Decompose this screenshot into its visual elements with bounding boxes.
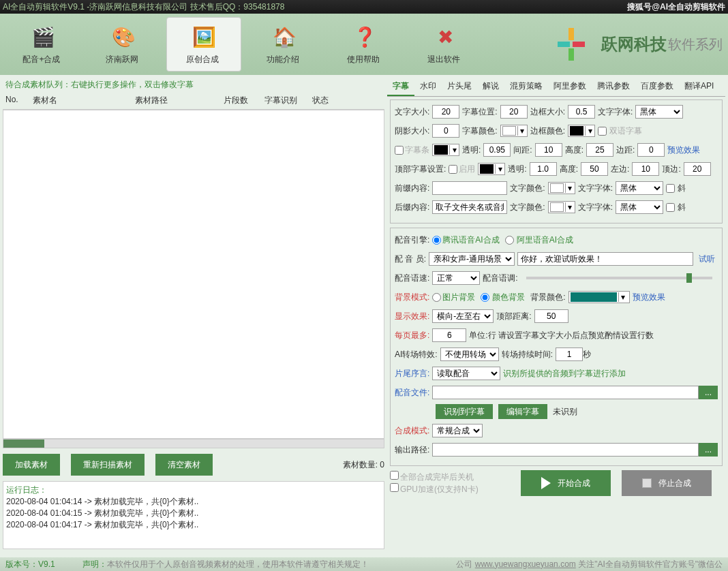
bilingual-checkbox[interactable] (598, 127, 607, 136)
preview-effect-link[interactable]: 预览效果 (633, 292, 665, 303)
gpu-option[interactable]: GPU加速(仅支持N卡) (390, 483, 479, 495)
stop-compose-button[interactable]: 停止合成 (622, 470, 712, 496)
font-select[interactable]: 黑体 (635, 105, 683, 119)
engine-label: 配音引擎: (395, 234, 429, 246)
subtitle-bar-checkbox[interactable] (395, 146, 404, 155)
logo-text: 跃网科技 (601, 33, 667, 55)
compose-mode-select[interactable]: 常规合成 (432, 424, 483, 437)
bg-color-label: 背景颜色: (530, 292, 565, 303)
edit-subtitle-button[interactable]: 编辑字幕 (498, 404, 547, 419)
top-distance-input[interactable] (534, 309, 568, 323)
position-label: 字幕位置: (462, 106, 497, 118)
gpu-checkbox[interactable] (390, 483, 399, 492)
bg-image-radio[interactable] (432, 293, 441, 302)
speed-select[interactable]: 正常 (432, 271, 480, 285)
tab-ali-params[interactable]: 阿里参数 (548, 78, 592, 96)
subtitle-color-label: 字幕颜色: (462, 125, 497, 137)
svg-rect-0 (558, 42, 570, 47)
picture-icon: 🖼️ (190, 24, 217, 51)
gap-input[interactable] (535, 143, 562, 157)
browse-output-button[interactable]: ... (699, 443, 718, 457)
prefix-input[interactable] (432, 181, 507, 195)
audio-file-input[interactable] (432, 386, 699, 399)
browse-audio-button[interactable]: ... (699, 386, 718, 399)
output-path-input[interactable] (432, 443, 699, 457)
tab-tencent-params[interactable]: 腾讯参数 (592, 78, 635, 96)
preview-link[interactable]: 预览效果 (667, 144, 700, 156)
tool-dub-compose[interactable]: 🎬配音+合成 (5, 17, 80, 72)
transparency-label: 透明: (462, 144, 481, 156)
suffix-color-picker[interactable]: ▾ (548, 201, 575, 213)
tool-exit[interactable]: ✖退出软件 (408, 17, 483, 72)
transparency-input[interactable] (483, 143, 511, 157)
clear-button[interactable]: 清空素材 (155, 454, 213, 476)
tool-original-compose[interactable]: 🖼️原创合成 (166, 17, 241, 72)
col-name: 素材名 (33, 95, 135, 106)
ali-radio[interactable] (505, 236, 514, 245)
test-listen-link[interactable]: 试听 (699, 253, 715, 265)
enable-checkbox[interactable] (449, 165, 457, 174)
logo-area: 跃网科技 软件系列 (544, 20, 723, 68)
shadow-label: 阴影大小: (395, 125, 429, 137)
tencent-radio[interactable] (432, 236, 441, 245)
rescan-button[interactable]: 重新扫描素材 (71, 454, 145, 476)
tool-features[interactable]: 🏠功能介绍 (247, 17, 322, 72)
tone-slider[interactable] (526, 277, 712, 279)
col-status: 状态 (312, 95, 353, 106)
tab-watermark[interactable]: 水印 (414, 78, 442, 96)
tool-company[interactable]: 🎨济南跃网 (86, 17, 161, 72)
font-size-input[interactable] (432, 105, 459, 119)
shutdown-option[interactable]: 全部合成完毕后关机 (390, 471, 479, 483)
suffix-italic-checkbox[interactable] (666, 203, 675, 212)
tab-head-tail[interactable]: 片头尾 (442, 78, 477, 96)
tab-translate-api[interactable]: 翻译API (679, 78, 719, 96)
tab-subtitle[interactable]: 字幕 (387, 78, 414, 96)
prefix-font-select[interactable]: 黑体 (616, 181, 663, 195)
bar-color-picker[interactable]: ▾ (432, 144, 459, 156)
height-input[interactable] (586, 143, 613, 157)
font-label: 文字字体: (598, 106, 633, 118)
subtitle-color-picker[interactable]: ▾ (500, 125, 528, 137)
transition-select[interactable]: 不使用转场 (440, 348, 499, 361)
tone-label: 配音语调: (483, 273, 517, 284)
shadow-input[interactable] (432, 124, 459, 138)
subtitle-bar-label: 字幕条 (405, 144, 429, 156)
suffix-label: 后缀内容: (395, 202, 429, 213)
status-bar: 版本号：V9.1 声明：本软件仅用于个人原创音视频素材的处理，使用本软件请遵守相… (0, 557, 728, 571)
left-input[interactable] (632, 162, 659, 176)
title-right: 搜狐号@AI全自动剪辑软件 (627, 1, 725, 13)
prefix-italic-checkbox[interactable] (666, 184, 675, 193)
load-material-button[interactable]: 加载素材 (3, 454, 60, 476)
tail-label: 片尾序言: (395, 368, 429, 380)
max-lines-input[interactable] (432, 328, 466, 342)
position-input[interactable] (500, 105, 528, 119)
tab-mix-strategy[interactable]: 混剪策略 (504, 78, 548, 96)
bg-color-radio[interactable] (481, 293, 489, 302)
recognize-subtitle-button[interactable]: 识别到字幕 (436, 404, 493, 419)
top-trans-input[interactable] (530, 162, 557, 176)
tab-narration[interactable]: 解说 (477, 78, 504, 96)
top-subtitle-label: 顶部字幕设置: (395, 164, 446, 175)
border-color-picker[interactable]: ▾ (568, 125, 595, 137)
effect-select[interactable]: 横向-左至右 (432, 309, 494, 323)
h-scrollbar[interactable] (3, 439, 384, 448)
top-color-picker[interactable]: ▾ (478, 163, 505, 175)
tool-help[interactable]: ❓使用帮助 (327, 17, 402, 72)
tab-baidu-params[interactable]: 百度参数 (635, 78, 679, 96)
col-segments: 片段数 (224, 95, 264, 106)
material-table[interactable] (3, 110, 384, 439)
top-height-input[interactable] (581, 162, 608, 176)
suffix-font-select[interactable]: 黑体 (616, 200, 663, 214)
start-compose-button[interactable]: 开始合成 (521, 470, 611, 496)
voice-select[interactable]: 亲和女声-通用场景 (429, 252, 515, 266)
top-input[interactable] (684, 162, 711, 176)
shutdown-checkbox[interactable] (390, 471, 399, 480)
border-size-input[interactable] (568, 105, 595, 119)
bg-color-picker[interactable]: ▾ (568, 291, 630, 303)
suffix-input[interactable] (432, 200, 507, 214)
test-text-input[interactable] (517, 252, 693, 266)
margin-input[interactable] (637, 143, 665, 157)
prefix-color-picker[interactable]: ▾ (548, 182, 575, 194)
duration-input[interactable] (556, 348, 583, 361)
tail-select[interactable]: 读取配音 (432, 367, 500, 380)
